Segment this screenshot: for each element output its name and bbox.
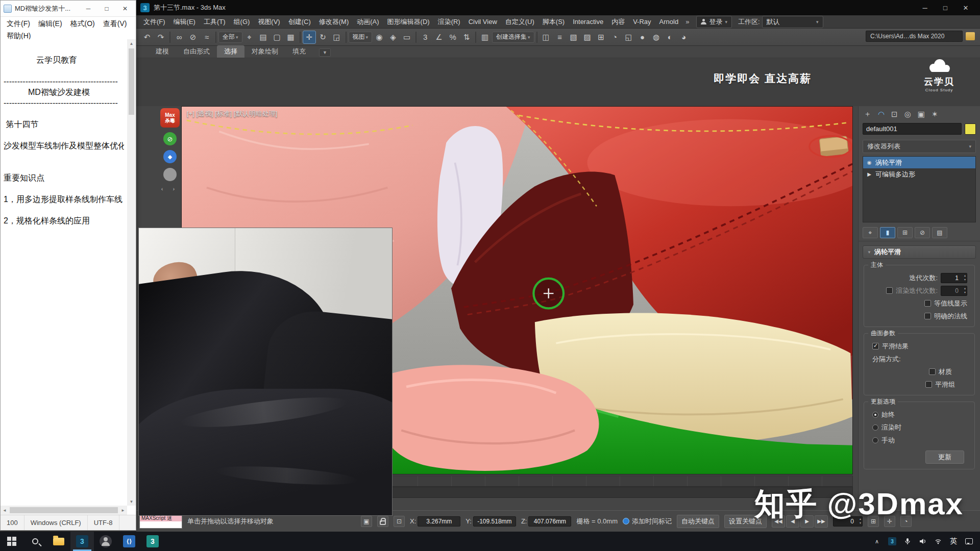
ribbon-tab[interactable]: 填充 — [285, 45, 313, 58]
toolbar-icon[interactable] — [300, 32, 301, 43]
angle-snap-icon[interactable]: ∠ — [432, 31, 446, 44]
maximize-button[interactable]: □ — [935, 0, 955, 15]
notepad-menu-item[interactable]: 编辑(E) — [34, 18, 66, 30]
menu-item[interactable]: 视图(V) — [254, 16, 284, 28]
toolbar-icon[interactable] — [346, 32, 347, 43]
menu-item[interactable]: 动画(A) — [353, 16, 383, 28]
ribbon-tab[interactable]: 建模 — [149, 45, 176, 58]
toolbar-icon[interactable] — [169, 32, 170, 43]
microphone-icon[interactable] — [903, 538, 912, 545]
menu-item[interactable]: 图形编辑器(D) — [383, 16, 434, 28]
hierarchy-tab-icon[interactable]: ⊡ — [891, 110, 898, 119]
named-selection-sets-dropdown[interactable]: 创建选择集 ▾ — [492, 32, 534, 43]
layer-manager-icon[interactable]: ▨ — [581, 31, 594, 44]
show-end-result-button[interactable]: ▮ — [880, 227, 895, 238]
volume-icon[interactable] — [919, 538, 927, 545]
notepad-menu-item[interactable]: 查看(V) — [99, 18, 131, 30]
menu-item[interactable]: 内容 — [607, 16, 629, 28]
rendered-frame-icon[interactable]: ◐ — [664, 31, 677, 44]
redo-icon[interactable]: ↷ — [154, 31, 167, 44]
scroll-down-icon[interactable]: ▼ — [127, 497, 136, 506]
unlink-selection-icon[interactable]: ⊘ — [186, 31, 200, 44]
select-and-manipulate-icon[interactable]: ◈ — [386, 31, 400, 44]
materials-checkbox[interactable] — [929, 368, 936, 375]
taskbar-app-button-2[interactable]: ⟨⟩ — [117, 532, 141, 551]
modify-tab-icon[interactable]: ◠ — [878, 110, 885, 119]
toolbar-icon[interactable] — [536, 32, 537, 43]
menu-item[interactable]: 自定义(U) — [501, 16, 538, 28]
auto-key-button[interactable]: 自动关键点 — [677, 515, 719, 528]
keyboard-override-icon[interactable]: ▭ — [400, 31, 413, 44]
modifier-stack-row[interactable]: ◉ 涡轮平滑 — [863, 157, 975, 168]
display-tab-icon[interactable]: ▣ — [918, 110, 925, 119]
taskbar-3dsmax-button[interactable]: 3 — [70, 532, 94, 551]
align-icon[interactable]: ≡ — [553, 31, 567, 44]
absolute-mode-icon[interactable]: ⊡ — [394, 516, 405, 527]
workspace-dropdown[interactable]: 默认 ▾ — [762, 16, 823, 28]
notepad-minimize-button[interactable]: ─ — [81, 1, 96, 17]
schematic-view-icon[interactable]: ◱ — [622, 31, 635, 44]
menu-item[interactable]: 编辑(E) — [169, 16, 200, 28]
viewport-label[interactable]: [+] [透视] [标准] [默认明暗处理] — [187, 109, 277, 118]
ribbon-tab[interactable]: 对象绘制 — [244, 45, 285, 58]
start-button[interactable] — [0, 532, 23, 551]
select-and-move-icon[interactable]: ✛ — [303, 31, 316, 44]
login-dropdown[interactable]: 登录 ▾ — [696, 16, 732, 28]
object-name-field[interactable]: default001 — [863, 123, 962, 135]
smooth-result-checkbox[interactable] — [872, 343, 879, 349]
snaps-toggle-icon[interactable]: 3 — [419, 31, 432, 44]
action-center-icon[interactable] — [965, 538, 973, 544]
menu-item[interactable]: 脚本(S) — [538, 16, 569, 28]
scroll-left-icon[interactable]: ◄ — [1, 506, 9, 514]
maxscript-mini-listener[interactable]: MAXScript 迷 — [139, 514, 182, 529]
selection-lock-icon[interactable] — [377, 516, 388, 527]
update-button[interactable]: 更新 — [925, 450, 964, 464]
render-icon[interactable]: ◕ — [677, 31, 691, 44]
ribbon-toggle-icon[interactable]: ⊞ — [595, 31, 608, 44]
make-unique-button[interactable]: ⊞ — [897, 227, 913, 238]
window-crossing-icon[interactable]: ▦ — [284, 31, 298, 44]
isoline-display-checkbox[interactable] — [924, 300, 931, 307]
manually-radio[interactable] — [872, 437, 878, 443]
notepad-close-button[interactable]: ✕ — [117, 1, 133, 17]
ribbon-more-icon[interactable]: ▼ — [319, 48, 331, 57]
hidden-icons-chevron[interactable]: ∧ — [873, 538, 881, 545]
close-button[interactable]: ✕ — [955, 0, 976, 15]
z-coordinate-field[interactable]: 407.076mm — [528, 516, 571, 527]
toolbar-icon[interactable] — [215, 32, 216, 43]
3dsmax-tray-icon[interactable]: 3 — [888, 537, 896, 545]
remove-modifier-button[interactable]: ⊘ — [915, 227, 930, 238]
notepad-horizontal-scrollbar[interactable]: ◄ ► — [1, 506, 127, 515]
render-iterations-checkbox[interactable] — [886, 287, 893, 294]
notepad-menu-item[interactable]: 文件(F) — [3, 18, 34, 30]
selection-filter-dropdown[interactable]: 全部 ▾ — [218, 32, 242, 43]
antivirus-scan-icon[interactable]: ⊘ — [163, 132, 177, 145]
file-explorer-button[interactable] — [47, 532, 70, 551]
when-rendering-radio[interactable] — [872, 424, 878, 431]
menu-item[interactable]: Civil View — [464, 16, 501, 27]
percent-snap-icon[interactable]: % — [446, 31, 459, 44]
menu-item[interactable]: Arnold — [655, 16, 683, 27]
menu-item[interactable]: 创建(C) — [284, 16, 315, 28]
motion-tab-icon[interactable]: ◎ — [904, 110, 911, 119]
render-iterations-spinner[interactable]: 0 — [941, 286, 967, 296]
toolbar-icon[interactable] — [475, 32, 476, 43]
configure-modifier-sets-button[interactable]: ▤ — [932, 227, 947, 238]
notepad-vertical-scrollbar[interactable]: ▲ ▼ — [127, 39, 136, 506]
scroll-right-icon[interactable]: ► — [119, 506, 127, 514]
taskbar-app-button-1[interactable] — [94, 532, 117, 551]
use-pivot-point-icon[interactable]: ◉ — [373, 31, 386, 44]
menu-item[interactable]: 文件(F) — [139, 16, 169, 28]
y-coordinate-field[interactable]: -109.518mm — [473, 516, 516, 527]
pin-stack-button[interactable]: ⌖ — [863, 227, 878, 238]
select-object-icon[interactable]: ⌖ — [243, 31, 256, 44]
spinner-snap-icon[interactable]: ⇅ — [460, 31, 473, 44]
select-and-link-icon[interactable]: ∞ — [173, 31, 186, 44]
object-color-swatch[interactable] — [965, 123, 976, 135]
input-method-indicator[interactable]: 英 — [949, 537, 958, 546]
menu-item[interactable]: 修改器(M) — [315, 16, 353, 28]
smoothing-groups-checkbox[interactable] — [925, 381, 932, 388]
antivirus-logo[interactable]: Max 杀毒 — [160, 108, 180, 128]
edit-named-selections-icon[interactable]: ▥ — [478, 31, 492, 44]
modifier-stack-row[interactable]: ▶ 可编辑多边形 — [863, 168, 975, 180]
